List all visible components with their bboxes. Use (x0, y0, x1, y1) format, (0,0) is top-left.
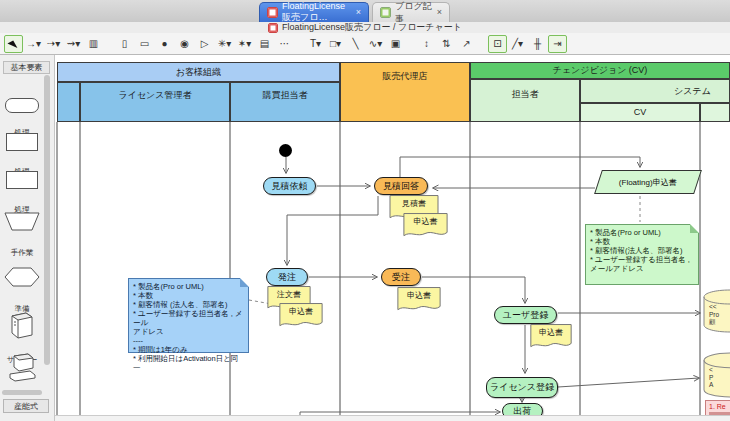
auto-layout-icon[interactable]: ⇥ (548, 35, 567, 53)
signal-icon[interactable]: ▷ (195, 35, 214, 53)
node-answer-quote[interactable]: 見積回答 (374, 177, 428, 195)
node-user-registration[interactable]: ユーザ登録 (494, 306, 557, 324)
shape-palette: 基本要素 処理 処理 処理 手作業 準備 (0, 55, 55, 421)
pointer-icon[interactable]: ↗ (457, 35, 476, 53)
merge-node-icon[interactable]: ✶▾ (235, 35, 254, 53)
shape-tool-icon[interactable]: □▾ (326, 35, 345, 53)
lane-header-system-extra[interactable] (700, 103, 730, 122)
lane-header-license-manager[interactable]: ライセンス管理者 (80, 82, 230, 122)
doc-application-d[interactable]: 申込書 (530, 324, 572, 351)
vertical-lane-icon[interactable]: ▯ (115, 35, 134, 53)
text-tool-icon[interactable]: T▾ (306, 35, 325, 53)
node-receive-order[interactable]: 受注 (381, 268, 421, 286)
connector-style-icon[interactable]: ╱▾ (508, 35, 527, 53)
app-window: FloatingLicense販売フロ… × ブログ記事 × FloatingL… (0, 0, 730, 421)
grid-snap-icon[interactable]: ⊡ (488, 35, 507, 53)
ellipsis-icon[interactable]: ⋯ (275, 35, 294, 53)
database-cylinder-1[interactable]: <<Pro顧 (703, 289, 730, 333)
lane-header-sales-agency[interactable]: 販売代理店 (340, 62, 470, 122)
palette-tab-sanno[interactable]: 産能式 (3, 399, 49, 413)
final-node-icon[interactable]: ◉ (175, 35, 194, 53)
lane-header-system-cv[interactable]: CV (580, 103, 700, 122)
tab-floatinglicense[interactable]: FloatingLicense販売フロ… × (259, 2, 369, 22)
node-license-registration[interactable]: ライセンス登録 (486, 377, 558, 398)
diagram-doc-icon (268, 23, 278, 33)
diagram-doc-icon (267, 7, 278, 18)
align-horizontal-icon[interactable]: ⇅ (437, 35, 456, 53)
tab-bar: FloatingLicense販売フロ… × ブログ記事 × (0, 0, 730, 23)
note-application-details[interactable]: * 製品名(Pro or UML) * 本数 * 顧客情報(法人名、部署名) *… (585, 224, 699, 285)
palette-title: 基本要素 (3, 61, 50, 74)
palette-horizontal-scrollbar[interactable] (2, 390, 42, 395)
doc-application-a[interactable]: 申込書 (403, 213, 448, 240)
image-tool-icon[interactable]: ▣ (386, 35, 405, 53)
dashed-arrow-icon[interactable]: ⇢▾ (44, 35, 63, 53)
note-order-details[interactable]: * 製品名(Pro or UML) * 本数 * 顧客情報 (法人名、部署名) … (128, 278, 249, 353)
lane-header-system[interactable]: システム (580, 79, 730, 103)
start-node[interactable] (279, 144, 292, 157)
toolbar: →▾ ⇢▾ ⇝▾ ▥ ▯ ▭ ● ◉ ▷ ✳▾ ✶▾ ▤ ⋯ T▾ □▾ ╲ ∿… (0, 33, 730, 55)
lane-header-person-in-charge[interactable]: 担当者 (470, 79, 580, 122)
palette-vertical-scrollbar[interactable] (44, 75, 50, 365)
lane-matrix-icon[interactable]: ▥ (84, 35, 103, 53)
tab-blog[interactable]: ブログ記事 × (372, 2, 450, 22)
curve-tool-icon[interactable]: ∿▾ (366, 35, 385, 53)
note-fold-icon (690, 224, 699, 233)
database-cylinder-2[interactable]: <PA (703, 352, 730, 398)
note-fold-icon (240, 278, 249, 287)
node-floating-application[interactable]: (Floating)申込書 (594, 170, 702, 194)
node-place-order[interactable]: 発注 (266, 268, 308, 286)
initial-node-icon[interactable]: ● (155, 35, 174, 53)
horizontal-lane-icon[interactable]: ▭ (135, 35, 154, 53)
note-icon[interactable]: ▤ (255, 35, 274, 53)
tab-close-icon[interactable]: × (356, 8, 361, 17)
lane-header-purchasing[interactable]: 購買担当者 (230, 82, 340, 122)
fork-node-icon[interactable]: ✳▾ (215, 35, 234, 53)
align-vertical-icon[interactable]: ↕ (417, 35, 436, 53)
distribute-icon[interactable]: ╫ (528, 35, 547, 53)
trapezoid-shape-icon (0, 195, 44, 248)
lane-header-customer-empty[interactable] (57, 82, 80, 122)
doc-application-b[interactable]: 申込書 (279, 303, 323, 330)
node-request-quote[interactable]: 見積依頼 (263, 177, 316, 195)
doc-application-c[interactable]: 申込書 (397, 287, 441, 314)
line-tool-icon[interactable]: ╲ (346, 35, 365, 53)
tab-close-icon[interactable]: × (437, 8, 442, 17)
select-cursor-icon[interactable] (4, 35, 23, 53)
palette-item-manual[interactable]: 手作業 (0, 195, 44, 258)
flow-arrow-icon[interactable]: →▾ (24, 35, 43, 53)
lane-header-customer-org[interactable]: お客様組織 (57, 62, 340, 82)
palette-item-terminal[interactable]: 端末 (0, 335, 44, 409)
blog-doc-icon (380, 7, 391, 18)
lane-header-changevision[interactable]: チェンジビジョン (CV) (470, 62, 730, 79)
dotted-arrow-icon[interactable]: ⇝▾ (64, 35, 83, 53)
canvas-bottom-edge (55, 415, 730, 421)
